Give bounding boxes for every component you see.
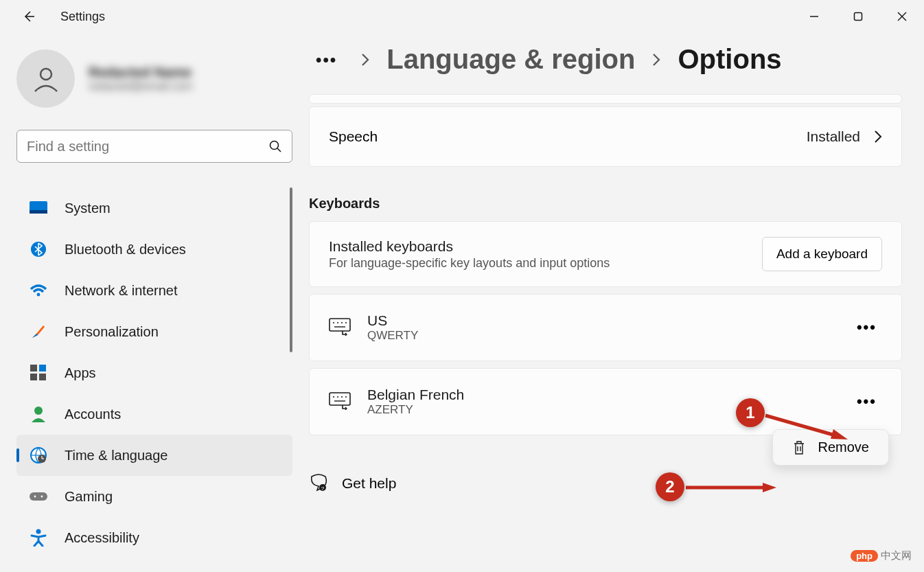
get-help-link[interactable]: ? Get help — [309, 474, 902, 493]
sidebar-item-time-language[interactable]: Time & language — [16, 435, 292, 476]
keyboard-icon — [329, 318, 348, 337]
previous-card-edge — [309, 94, 902, 104]
annotation-badge-1: 1 — [736, 398, 765, 427]
svg-marker-41 — [831, 429, 848, 439]
keyboard-more-button[interactable]: ••• — [851, 316, 882, 339]
breadcrumb-more-button[interactable]: ••• — [309, 50, 344, 69]
keyboard-layout: QWERTY — [367, 329, 418, 343]
system-icon — [29, 198, 48, 218]
close-icon — [897, 12, 907, 21]
sidebar-item-bluetooth[interactable]: Bluetooth & devices — [16, 229, 292, 270]
annotation-arrow-1 — [762, 409, 851, 443]
keyboard-name: US — [367, 312, 418, 329]
sidebar: Redacted Name redacted@email.com System … — [0, 33, 309, 572]
installed-keyboards-subtitle: For language-specific key layouts and in… — [329, 256, 610, 271]
sidebar-item-system[interactable]: System — [16, 187, 292, 229]
gamepad-icon — [29, 487, 48, 506]
search-box[interactable] — [16, 130, 292, 163]
person-icon — [29, 404, 48, 424]
keyboard-item-us: US QWERTY ••• — [309, 294, 902, 361]
svg-point-25 — [36, 529, 41, 534]
svg-rect-2 — [855, 13, 862, 21]
search-input[interactable] — [27, 139, 268, 155]
sidebar-item-label: Gaming — [65, 489, 113, 505]
sidebar-item-label: Personalization — [65, 324, 159, 340]
svg-rect-15 — [39, 374, 46, 380]
watermark-pill: php — [851, 550, 878, 562]
annotation-arrow-2 — [684, 482, 781, 493]
svg-rect-14 — [30, 374, 37, 380]
sidebar-item-label: System — [65, 201, 111, 216]
chevron-right-icon — [874, 130, 882, 144]
keyboard-more-button[interactable]: ••• — [851, 390, 882, 413]
user-section[interactable]: Redacted Name redacted@email.com — [16, 49, 292, 108]
paintbrush-icon — [29, 322, 48, 341]
keyboard-icon — [329, 392, 348, 411]
sidebar-item-label: Time & language — [65, 448, 168, 464]
nav-list: System Bluetooth & devices Network & int… — [16, 187, 292, 558]
minimize-button[interactable] — [792, 0, 836, 33]
sidebar-item-network[interactable]: Network & internet — [16, 270, 292, 311]
svg-rect-13 — [39, 365, 46, 371]
svg-rect-12 — [30, 365, 37, 371]
svg-point-16 — [34, 407, 43, 415]
avatar-icon — [31, 64, 61, 94]
keyboards-section-header: Keyboards — [309, 196, 902, 211]
chevron-right-icon — [651, 52, 661, 67]
breadcrumb: ••• Language & region Options — [309, 44, 902, 75]
speech-card[interactable]: Speech Installed — [309, 106, 902, 167]
annotation-badge-2: 2 — [656, 472, 684, 501]
user-name: Redacted Name — [89, 65, 192, 80]
add-keyboard-button[interactable]: Add a keyboard — [762, 237, 882, 271]
search-icon — [268, 139, 282, 153]
sidebar-item-personalization[interactable]: Personalization — [16, 311, 292, 352]
sidebar-item-label: Apps — [65, 365, 96, 381]
avatar — [16, 49, 75, 108]
svg-point-23 — [34, 496, 36, 498]
svg-line-40 — [765, 415, 838, 436]
content-area: ••• Language & region Options Speech Ins… — [309, 33, 924, 572]
svg-rect-22 — [30, 492, 47, 501]
svg-rect-9 — [30, 210, 47, 214]
svg-text:?: ? — [321, 485, 325, 492]
app-title: Settings — [60, 10, 105, 24]
sidebar-item-apps[interactable]: Apps — [16, 352, 292, 393]
installed-keyboards-card: Installed keyboards For language-specifi… — [309, 221, 902, 287]
back-button[interactable] — [16, 4, 41, 29]
sidebar-item-label: Accessibility — [65, 530, 139, 546]
svg-rect-26 — [330, 319, 350, 331]
watermark: php 中文网 — [851, 549, 912, 562]
keyboard-name: Belgian French — [367, 387, 464, 403]
titlebar: Settings — [0, 0, 924, 33]
help-icon: ? — [309, 474, 328, 493]
bluetooth-icon — [29, 240, 48, 259]
watermark-text: 中文网 — [881, 549, 912, 562]
apps-icon — [29, 363, 48, 382]
svg-point-6 — [270, 141, 279, 150]
svg-line-7 — [277, 148, 281, 152]
user-email: redacted@email.com — [89, 80, 192, 93]
speech-right: Installed — [807, 128, 882, 145]
sidebar-item-accounts[interactable]: Accounts — [16, 393, 292, 435]
breadcrumb-current: Options — [678, 44, 781, 75]
maximize-button[interactable] — [836, 0, 880, 33]
wifi-icon — [29, 281, 48, 300]
svg-point-11 — [37, 293, 41, 297]
keyboard-layout: AZERTY — [367, 403, 464, 417]
maximize-icon — [853, 12, 863, 21]
sidebar-item-gaming[interactable]: Gaming — [16, 476, 292, 517]
installed-keyboards-title: Installed keyboards — [329, 238, 610, 255]
breadcrumb-language-region[interactable]: Language & region — [386, 44, 635, 75]
sidebar-item-accessibility[interactable]: Accessibility — [16, 517, 292, 558]
speech-label: Speech — [329, 128, 378, 145]
close-button[interactable] — [880, 0, 924, 33]
chevron-right-icon — [360, 52, 370, 67]
sidebar-item-label: Network & internet — [65, 283, 178, 299]
speech-status: Installed — [807, 128, 860, 145]
arrow-left-icon — [22, 10, 36, 23]
window-controls — [792, 0, 924, 33]
help-label: Get help — [342, 475, 396, 492]
svg-point-24 — [41, 496, 43, 498]
svg-rect-32 — [330, 393, 350, 405]
svg-marker-43 — [763, 483, 776, 492]
